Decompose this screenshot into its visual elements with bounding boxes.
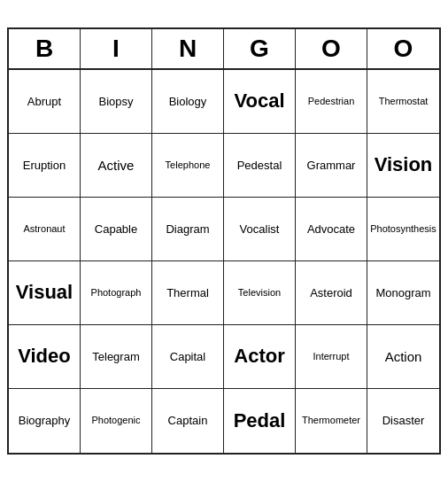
bingo-cell-2[interactable]: Biology [152, 70, 224, 134]
cell-text-12: Astronaut [23, 223, 65, 235]
cell-text-11: Vision [375, 153, 433, 176]
bingo-cell-16[interactable]: Advocate [296, 198, 367, 261]
cell-text-6: Eruption [23, 159, 66, 173]
cell-text-33: Pedal [234, 409, 286, 432]
cell-text-4: Pedestrian [308, 96, 355, 107]
bingo-cell-22[interactable]: Asteroid [296, 261, 367, 325]
header-letter-o-4: O [296, 29, 367, 68]
cell-text-2: Biology [169, 95, 207, 109]
bingo-cell-34[interactable]: Thermometer [296, 389, 367, 453]
cell-text-0: Abrupt [27, 95, 61, 109]
cell-text-18: Visual [16, 281, 73, 304]
bingo-cell-11[interactable]: Vision [367, 134, 439, 198]
bingo-cell-32[interactable]: Captain [152, 389, 224, 453]
bingo-cell-6[interactable]: Eruption [9, 134, 81, 198]
bingo-cell-3[interactable]: Vocal [224, 70, 296, 134]
bingo-cell-25[interactable]: Telegram [81, 325, 152, 389]
header-letter-i-1: I [81, 29, 152, 68]
bingo-cell-30[interactable]: Biography [9, 389, 81, 453]
bingo-cell-35[interactable]: Disaster [367, 389, 439, 453]
cell-text-19: Photograph [91, 287, 142, 299]
cell-text-23: Monogram [375, 286, 430, 300]
cell-text-30: Biography [19, 414, 71, 428]
header-letter-n-2: N [152, 29, 224, 68]
header-letter-b-0: B [9, 29, 81, 68]
cell-text-15: Vocalist [240, 222, 280, 237]
bingo-cell-21[interactable]: Television [224, 261, 296, 325]
bingo-cell-7[interactable]: Active [81, 134, 152, 198]
cell-text-34: Thermometer [302, 415, 360, 426]
bingo-cell-12[interactable]: Astronaut [9, 198, 81, 261]
bingo-cell-17[interactable]: Photosynthesis [367, 198, 439, 261]
bingo-cell-1[interactable]: Biopsy [81, 70, 152, 134]
cell-text-8: Telephone [166, 159, 211, 171]
bingo-cell-0[interactable]: Abrupt [9, 70, 81, 134]
cell-text-27: Actor [234, 345, 284, 368]
cell-text-22: Asteroid [310, 286, 352, 300]
cell-text-1: Biopsy [98, 95, 133, 109]
cell-text-3: Vocal [234, 89, 284, 113]
bingo-cell-18[interactable]: Visual [9, 261, 81, 325]
cell-text-25: Telegram [92, 350, 139, 364]
bingo-cell-10[interactable]: Grammar [296, 134, 367, 198]
bingo-cell-23[interactable]: Monogram [367, 261, 439, 325]
bingo-cell-9[interactable]: Pedestal [224, 134, 296, 198]
bingo-cell-20[interactable]: Thermal [152, 261, 224, 325]
header-letter-o-5: O [367, 29, 439, 68]
bingo-cell-27[interactable]: Actor [224, 325, 296, 389]
cell-text-28: Interrupt [313, 351, 350, 362]
cell-text-10: Grammar [307, 159, 356, 173]
bingo-cell-13[interactable]: Capable [81, 198, 152, 261]
cell-text-16: Advocate [307, 222, 355, 237]
bingo-cell-8[interactable]: Telephone [152, 134, 224, 198]
cell-text-17: Photosynthesis [370, 223, 436, 235]
header-letter-g-3: G [224, 29, 296, 68]
bingo-cell-4[interactable]: Pedestrian [296, 70, 367, 134]
bingo-cell-31[interactable]: Photogenic [81, 389, 152, 453]
bingo-cell-15[interactable]: Vocalist [224, 198, 296, 261]
bingo-cell-33[interactable]: Pedal [224, 389, 296, 453]
bingo-cell-19[interactable]: Photograph [81, 261, 152, 325]
cell-text-20: Thermal [166, 286, 209, 300]
bingo-grid: AbruptBiopsyBiologyVocalPedestrianThermo… [9, 70, 439, 453]
bingo-header: BINGOO [9, 29, 439, 70]
cell-text-21: Television [238, 287, 281, 299]
cell-text-35: Disaster [382, 414, 425, 428]
cell-text-24: Video [18, 345, 71, 368]
cell-text-26: Capital [170, 350, 205, 364]
bingo-cell-14[interactable]: Diagram [152, 198, 224, 261]
cell-text-9: Pedestal [237, 159, 282, 173]
bingo-cell-24[interactable]: Video [9, 325, 81, 389]
bingo-cell-26[interactable]: Capital [152, 325, 224, 389]
bingo-cell-29[interactable]: Action [367, 325, 439, 389]
cell-text-32: Captain [168, 414, 208, 428]
cell-text-13: Capable [95, 222, 137, 237]
bingo-card: BINGOO AbruptBiopsyBiologyVocalPedestria… [7, 27, 441, 455]
cell-text-7: Active [98, 158, 135, 174]
cell-text-29: Action [385, 349, 422, 365]
cell-text-14: Diagram [166, 222, 209, 237]
cell-text-5: Thermostat [379, 96, 429, 107]
bingo-cell-28[interactable]: Interrupt [296, 325, 367, 389]
cell-text-31: Photogenic [91, 415, 140, 426]
bingo-cell-5[interactable]: Thermostat [367, 70, 439, 134]
